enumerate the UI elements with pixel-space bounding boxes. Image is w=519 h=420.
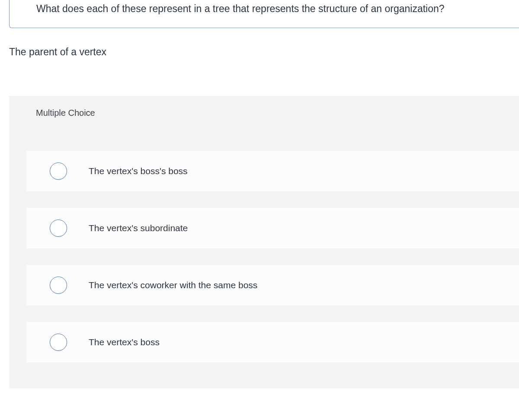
option-label: The vertex's coworker with the same boss — [89, 280, 257, 290]
question-prompt: What does each of these represent in a t… — [36, 0, 519, 16]
option-row[interactable]: The vertex's coworker with the same boss — [26, 265, 519, 305]
option-label: The vertex's subordinate — [89, 223, 188, 233]
option-label: The vertex's boss's boss — [89, 166, 188, 176]
question-box: What does each of these represent in a t… — [9, 0, 519, 28]
sub-question-prompt: The parent of a vertex — [9, 46, 519, 58]
option-row[interactable]: The vertex's boss — [26, 322, 519, 363]
radio-icon[interactable] — [50, 162, 67, 180]
multiple-choice-header: Multiple Choice — [9, 96, 519, 130]
radio-icon[interactable] — [50, 334, 67, 351]
options-list: The vertex's boss's boss The vertex's su… — [9, 151, 519, 363]
radio-icon[interactable] — [50, 220, 67, 237]
option-row[interactable]: The vertex's subordinate — [26, 208, 519, 248]
option-row[interactable]: The vertex's boss's boss — [26, 151, 519, 191]
option-label: The vertex's boss — [89, 337, 160, 347]
multiple-choice-container: Multiple Choice The vertex's boss's boss… — [9, 96, 519, 388]
radio-icon[interactable] — [50, 277, 67, 294]
